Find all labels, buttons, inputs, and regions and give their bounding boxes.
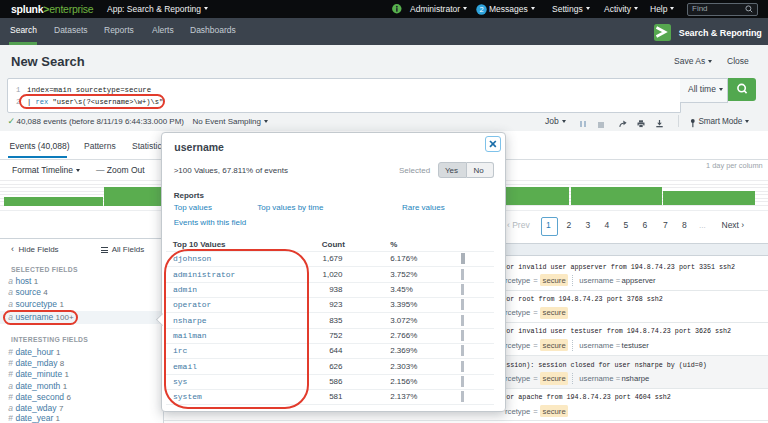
svg-text:2: 2 xyxy=(479,5,483,14)
